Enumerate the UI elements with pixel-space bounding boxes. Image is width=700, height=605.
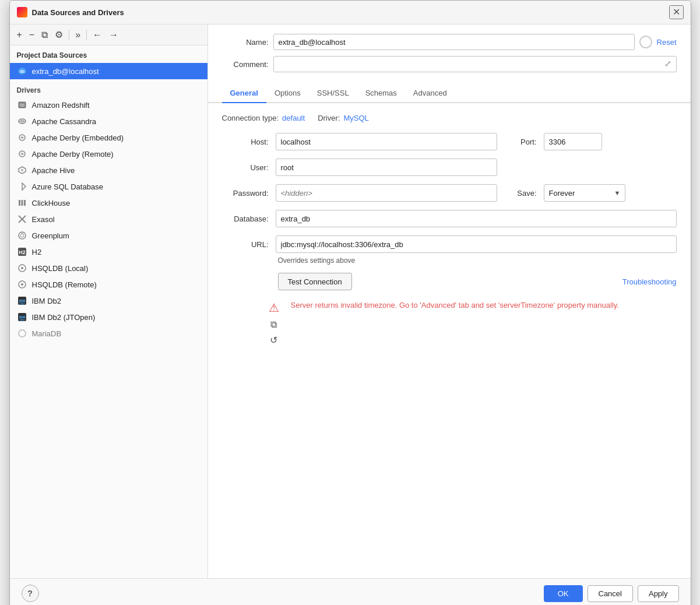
driver-name: Amazon Redshift: [32, 101, 90, 110]
driver-item-clickhouse[interactable]: ClickHouse: [10, 195, 207, 211]
host-label: Host:: [222, 138, 269, 146]
driver-item-apache-hive[interactable]: Apache Hive: [10, 162, 207, 178]
password-input[interactable]: [276, 184, 497, 202]
copy-error-icon[interactable]: ⧉: [270, 319, 277, 330]
driver-name: IBM Db2 (JTOpen): [32, 313, 96, 322]
driver-item-azure-sql[interactable]: Azure SQL Database: [10, 178, 207, 195]
connection-type-row: Connection type: default Driver: MySQL: [222, 114, 677, 122]
settings-button[interactable]: ⚙: [52, 28, 65, 41]
driver-name: MariaDB: [32, 329, 62, 338]
name-row: Name: Reset: [222, 34, 677, 50]
driver-item-ibm-db2[interactable]: IBM DB2 IBM Db2: [10, 293, 207, 309]
driver-item-apache-cassandra[interactable]: Apache Cassandra: [10, 113, 207, 129]
svg-point-24: [21, 267, 23, 269]
driver-item-greenplum[interactable]: Greenplum: [10, 227, 207, 244]
clickhouse-icon: [17, 198, 27, 208]
svg-text:DB2: DB2: [19, 318, 25, 322]
general-tab-content: Connection type: default Driver: MySQL H…: [208, 103, 691, 578]
connection-type-value[interactable]: default: [282, 114, 305, 122]
ok-button[interactable]: OK: [544, 585, 583, 602]
port-input[interactable]: [544, 133, 602, 150]
driver-item-mariadb[interactable]: MariaDB: [10, 325, 207, 342]
app-icon: [17, 7, 27, 17]
name-input[interactable]: [273, 34, 635, 50]
test-row: Test Connection Troubleshooting: [222, 273, 677, 290]
connection-type-label: Connection type:: [222, 114, 279, 122]
ibm-db2-jtopen-icon: IBM DB2: [17, 312, 27, 322]
troubleshooting-link[interactable]: Troubleshooting: [622, 277, 677, 286]
database-label: Database:: [222, 214, 269, 223]
remove-button[interactable]: −: [27, 29, 37, 41]
svg-marker-12: [22, 183, 26, 190]
test-connection-button[interactable]: Test Connection: [278, 273, 352, 290]
svg-point-33: [19, 330, 26, 337]
tab-schemas[interactable]: Schemas: [357, 84, 405, 103]
more-button[interactable]: »: [73, 29, 83, 41]
error-icon: ⚠: [269, 301, 279, 315]
url-input[interactable]: [276, 235, 677, 253]
error-section: ⚠ ⧉ ↺ Server returns invalid timezone. G…: [222, 300, 677, 346]
password-label: Password:: [222, 189, 269, 198]
svg-point-26: [21, 283, 23, 286]
copy-button[interactable]: ⧉: [39, 29, 50, 41]
user-input[interactable]: [276, 159, 497, 176]
tab-ssh-ssl[interactable]: SSH/SSL: [309, 84, 357, 103]
drivers-section: Drivers Amazon Redshift: [10, 82, 207, 342]
driver-label: Driver:: [318, 114, 340, 122]
forward-button[interactable]: →: [107, 29, 121, 41]
title-bar: Data Sources and Drivers ✕: [10, 1, 691, 24]
apply-button[interactable]: Apply: [638, 585, 679, 602]
help-button[interactable]: ?: [22, 585, 39, 602]
refresh-icon[interactable]: ↺: [270, 335, 277, 346]
tab-advanced[interactable]: Advanced: [405, 84, 455, 103]
project-item-extra-db[interactable]: db extra_db@localhost: [10, 63, 207, 79]
driver-item-amazon-redshift[interactable]: Amazon Redshift: [10, 97, 207, 113]
driver-name: Apache Hive: [32, 166, 75, 175]
ibm-db2-icon: IBM DB2: [17, 296, 27, 306]
project-section-header: Project Data Sources: [10, 45, 207, 63]
left-toolbar: + − ⧉ ⚙ » ← →: [10, 24, 207, 45]
amazon-redshift-icon: [17, 100, 27, 110]
reset-button[interactable]: Reset: [657, 38, 677, 47]
driver-name: Apache Derby (Embedded): [32, 133, 124, 142]
driver-item-hsqldb-local[interactable]: HSQLDB (Local): [10, 260, 207, 276]
comment-expand-button[interactable]: ⤢: [662, 57, 674, 70]
tab-general[interactable]: General: [222, 84, 266, 103]
svg-rect-13: [19, 200, 20, 206]
project-item-label: extra_db@localhost: [32, 67, 99, 76]
tab-options[interactable]: Options: [266, 84, 309, 103]
add-button[interactable]: +: [15, 29, 24, 41]
right-panel: Name: Reset Comment: ⤢ General Options: [208, 24, 691, 578]
close-button[interactable]: ✕: [669, 5, 684, 19]
driver-item-exasol[interactable]: Exasol: [10, 211, 207, 227]
save-select[interactable]: Forever Until restart Never: [544, 184, 625, 202]
toolbar-separator-2: [86, 30, 87, 40]
port-label: Port:: [513, 138, 537, 146]
driver-item-hsqldb-remote[interactable]: HSQLDB (Remote): [10, 276, 207, 293]
driver-name: Apache Cassandra: [32, 117, 97, 126]
bottom-actions: OK Cancel Apply: [544, 585, 679, 602]
comment-input[interactable]: [273, 56, 677, 72]
database-input[interactable]: [276, 210, 677, 227]
host-input[interactable]: [276, 133, 497, 150]
svg-point-19: [20, 234, 24, 237]
comment-row: Comment: ⤢: [222, 56, 677, 72]
hive-icon: [17, 165, 27, 175]
driver-item-ibm-db2-jtopen[interactable]: IBM DB2 IBM Db2 (JTOpen): [10, 309, 207, 325]
driver-name: Exasol: [32, 215, 55, 224]
svg-rect-15: [24, 200, 26, 206]
comment-label: Comment:: [222, 60, 269, 69]
svg-text:db: db: [19, 69, 24, 73]
user-label: User:: [222, 163, 269, 172]
driver-name: IBM Db2: [32, 297, 62, 305]
driver-value[interactable]: MySQL: [343, 114, 368, 122]
save-select-wrapper: Forever Until restart Never ▼: [544, 184, 625, 202]
driver-item-apache-derby-remote[interactable]: Apache Derby (Remote): [10, 146, 207, 162]
driver-item-apache-derby-embedded[interactable]: Apache Derby (Embedded): [10, 129, 207, 146]
back-button[interactable]: ←: [90, 29, 104, 41]
driver-item-h2[interactable]: H2 H2: [10, 244, 207, 260]
cancel-button[interactable]: Cancel: [588, 585, 633, 602]
tabs-bar: General Options SSH/SSL Schemas Advanced: [208, 84, 691, 103]
derby-embedded-icon: [17, 132, 27, 143]
driver-name: Apache Derby (Remote): [32, 150, 114, 159]
